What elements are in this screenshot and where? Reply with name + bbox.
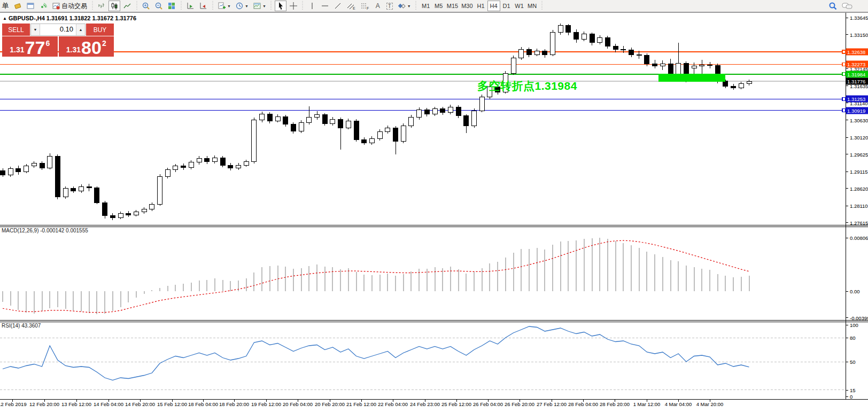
fibonacci-tool[interactable]: F (359, 1, 371, 11)
timeframe-h1[interactable]: H1 (475, 1, 487, 11)
periods-dropdown[interactable]: ▼ (234, 1, 250, 11)
vertical-line-tool[interactable] (306, 1, 318, 11)
candle-body (464, 116, 469, 126)
timeframe-w1[interactable]: W1 (513, 1, 526, 11)
chat-button[interactable] (840, 1, 854, 11)
rsi-scale-label: 0 (850, 394, 852, 400)
candle-body (220, 158, 225, 165)
tile-windows-button[interactable] (166, 1, 177, 11)
candle-body (1, 170, 5, 175)
candle-body (369, 138, 374, 143)
macd-indicator-label: MACD(12,26,9) -0.000142 0.001555 (2, 228, 88, 233)
horizontal-line-tool[interactable] (319, 1, 331, 11)
candle-body (24, 166, 29, 172)
timeframe-m5[interactable]: M5 (432, 1, 445, 11)
candle-body (79, 186, 84, 191)
rsi-scale-label: 50 (850, 359, 856, 365)
zoom-out-icon (154, 2, 163, 10)
text-label-tool[interactable]: T (384, 1, 395, 11)
timeframe-m1[interactable]: M1 (420, 1, 432, 11)
candle-body (637, 54, 641, 55)
buy-button[interactable]: BUY (86, 24, 114, 36)
crosshair-tool-button[interactable] (288, 1, 299, 11)
price-level-badge[interactable]: 1.32273 (846, 61, 868, 68)
time-scale-label: 18 Feb 04:00 (188, 401, 218, 407)
price-level-badge[interactable]: 1.31776 (846, 78, 868, 85)
candle-body (731, 87, 736, 88)
candle-body (40, 163, 44, 168)
price-level-badge[interactable]: 1.32638 (846, 49, 868, 56)
timeframe-mn[interactable]: MN (526, 1, 539, 11)
expert-advisor-icon[interactable] (12, 1, 24, 11)
chart-shift-button[interactable] (197, 1, 209, 11)
sell-price-pip: 6 (45, 40, 50, 47)
line-drag-handle[interactable] (842, 109, 846, 112)
macd-scale-label: 0.00 (850, 289, 860, 294)
line-drag-handle[interactable] (842, 50, 846, 53)
cursor-tool-button[interactable] (275, 1, 286, 11)
sell-price-big: 77 (25, 40, 45, 56)
volume-up-button[interactable]: ▲ (76, 24, 85, 35)
zoom-out-button[interactable] (153, 1, 165, 11)
bar-chart-mode-button[interactable] (96, 1, 107, 11)
candle-body (424, 110, 429, 114)
candle-body (330, 119, 335, 123)
price-level-badge[interactable]: 1.31253 (846, 96, 868, 103)
equidistant-channel-tool[interactable]: E (345, 1, 358, 11)
autotrading-button[interactable]: 自动交易 (50, 1, 89, 11)
candle-body (307, 118, 312, 123)
candle-body (432, 109, 437, 114)
candle-body (228, 165, 233, 168)
candle-body (676, 64, 681, 74)
line-drag-handle[interactable] (842, 63, 846, 66)
arrows-shapes-dropdown[interactable]: ▼ (396, 1, 413, 11)
chart-canvas[interactable] (0, 12, 868, 413)
vertical-line-icon (308, 2, 316, 10)
text-tool[interactable]: A (373, 1, 383, 11)
turning-point-annotation[interactable]: 多空转折点1.31984 (477, 79, 577, 93)
price-scale-label: 1.28110 (850, 203, 868, 209)
search-button[interactable] (827, 1, 839, 11)
price-level-badge[interactable]: 1.31984 (846, 71, 868, 77)
timeframe-h4[interactable]: H4 (487, 1, 500, 11)
candle-body (534, 51, 539, 54)
collapse-trade-panel-icon[interactable]: ▲ (3, 16, 7, 21)
toolbar-separator (211, 1, 214, 11)
volume-input[interactable]: 0.10 (40, 24, 76, 35)
zoom-in-button[interactable] (140, 1, 152, 11)
timeframe-d1[interactable]: D1 (500, 1, 513, 11)
candlestick-icon (110, 2, 119, 10)
candle-body (526, 50, 531, 55)
signals-button[interactable] (37, 1, 49, 11)
line-drag-handle[interactable] (842, 73, 846, 76)
sell-button[interactable]: SELL (2, 24, 30, 36)
market-watch-window-icon[interactable] (25, 1, 36, 11)
volume-down-button[interactable]: ▼ (31, 24, 40, 35)
new-order-button[interactable]: 单 (0, 1, 11, 11)
time-scale-label: 4 Mar 20:00 (696, 401, 724, 407)
buy-price-button[interactable]: 1.31 80 2 (59, 36, 114, 57)
candle-body (244, 162, 249, 165)
candle-body (574, 33, 579, 40)
timeframe-m15[interactable]: M15 (445, 1, 460, 11)
price-scale-label: 1.29115 (850, 169, 868, 175)
sell-price-button[interactable]: 1.31 77 6 (2, 36, 58, 57)
svg-text:E: E (353, 6, 355, 10)
line-chart-mode-button[interactable] (121, 1, 133, 11)
timeframe-m30[interactable]: M30 (460, 1, 474, 11)
auto-scroll-button[interactable] (184, 1, 196, 11)
bar-chart-icon (97, 2, 106, 10)
candlestick-mode-button[interactable] (108, 1, 120, 11)
candle-body (660, 64, 665, 66)
chart-title-text: GBPUSD-,H4 1.31691 1.31822 1.31672 1.317… (9, 15, 136, 21)
highlight-rectangle-object[interactable] (658, 74, 725, 82)
templates-dropdown[interactable]: ▼ (251, 1, 268, 11)
indicators-dropdown[interactable]: ▼ (216, 1, 232, 11)
time-scale-label: 21 Feb 12:00 (346, 401, 376, 407)
candle-body (362, 139, 367, 143)
candle-body (315, 115, 320, 118)
price-level-badge[interactable]: 1.30919 (846, 107, 868, 114)
trendline-tool[interactable] (332, 1, 344, 11)
line-drag-handle[interactable] (842, 97, 846, 100)
candle-body (55, 156, 60, 197)
